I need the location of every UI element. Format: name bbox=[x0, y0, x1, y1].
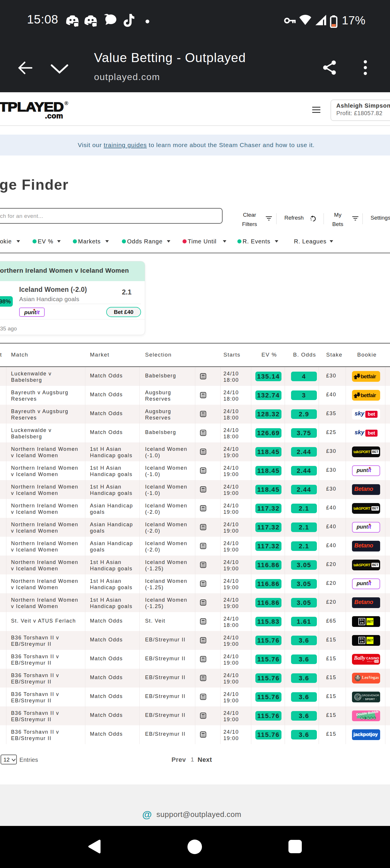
svg-text:O: O bbox=[374, 717, 376, 719]
svg-text:B: B bbox=[361, 717, 363, 719]
svg-text:betfair: betfair bbox=[361, 373, 377, 379]
svg-text:GROSVENOR: GROSVENOR bbox=[362, 694, 379, 697]
svg-text:· SPORT ·: · SPORT · bbox=[363, 698, 377, 701]
svg-text:I: I bbox=[364, 717, 365, 719]
svg-text:G: G bbox=[370, 717, 372, 719]
svg-text:N: N bbox=[367, 717, 369, 719]
svg-text:@: @ bbox=[142, 809, 152, 820]
svg-text:G: G bbox=[357, 695, 360, 700]
svg-text:betfair: betfair bbox=[361, 392, 377, 398]
